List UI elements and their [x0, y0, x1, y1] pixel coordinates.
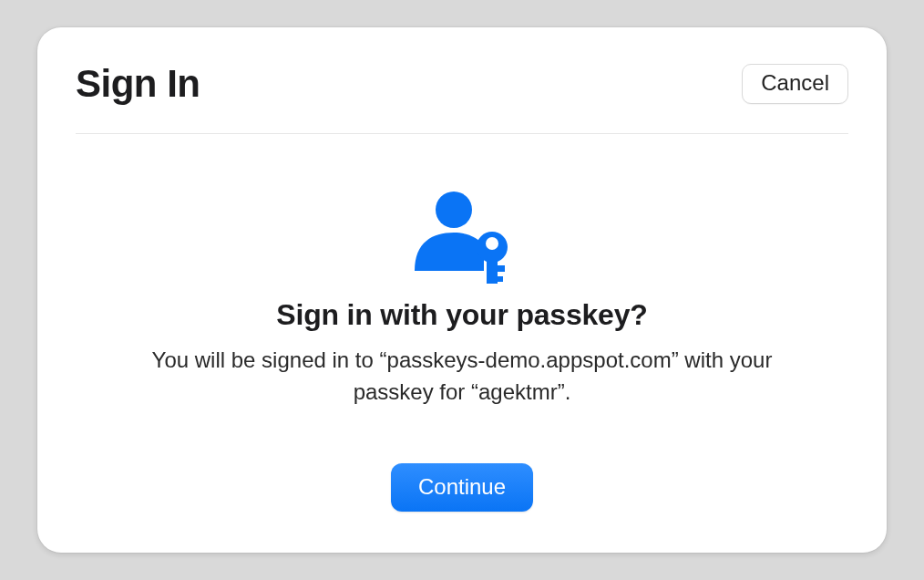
dialog-header: Sign In Cancel: [76, 62, 848, 134]
prompt-description: You will be signed in to “passkeys-demo.…: [116, 345, 808, 409]
svg-point-0: [436, 192, 472, 228]
signin-dialog: Sign In Cancel Sign in with your passkey…: [37, 27, 887, 553]
svg-rect-4: [498, 265, 505, 272]
dialog-body: Sign in with your passkey? You will be s…: [76, 134, 848, 520]
continue-button[interactable]: Continue: [391, 463, 533, 512]
svg-point-2: [486, 237, 498, 250]
dialog-title: Sign In: [76, 62, 200, 106]
svg-rect-5: [498, 276, 503, 282]
prompt-title: Sign in with your passkey?: [276, 298, 647, 332]
passkey-icon: [414, 191, 510, 285]
cancel-button[interactable]: Cancel: [742, 64, 848, 104]
svg-rect-3: [487, 260, 498, 284]
